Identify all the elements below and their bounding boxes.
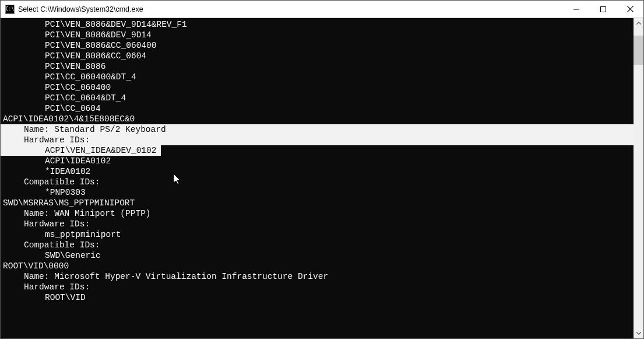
terminal-line: Name: Microsoft Hyper-V Virtualization I… bbox=[1, 271, 634, 282]
svg-rect-1 bbox=[601, 6, 606, 12]
chevron-up-icon bbox=[636, 22, 641, 25]
terminal-line: Hardware IDs: bbox=[1, 135, 634, 145]
close-button[interactable] bbox=[617, 1, 643, 18]
terminal-line: Compatible IDs: bbox=[1, 177, 634, 187]
maximize-icon bbox=[600, 6, 606, 12]
chevron-down-icon bbox=[636, 332, 641, 335]
close-icon bbox=[627, 6, 634, 12]
terminal-line: PCI\VEN_8086&DEV_9D14 bbox=[1, 30, 634, 40]
terminal-line: PCI\VEN_8086&DEV_9D14&REV_F1 bbox=[1, 19, 634, 30]
scroll-up-arrow[interactable] bbox=[634, 18, 643, 28]
terminal-line: Hardware IDs: bbox=[1, 282, 634, 292]
terminal-line: PCI\CC_060400 bbox=[1, 82, 634, 93]
scrollbar-thumb[interactable] bbox=[634, 36, 643, 65]
terminal-line: PCI\VEN_8086 bbox=[1, 61, 634, 72]
terminal-line: Compatible IDs: bbox=[1, 240, 634, 250]
terminal-line: Name: WAN Miniport (PPTP) bbox=[1, 208, 634, 219]
terminal-container: PCI\VEN_8086&DEV_9D14&REV_F1PCI\VEN_8086… bbox=[1, 18, 643, 338]
minimize-icon bbox=[573, 6, 579, 12]
selected-text: ACPI\VEN_IDEA&DEV_0102 bbox=[1, 145, 161, 156]
terminal-line: ACPI\VEN_IDEA&DEV_0102 bbox=[1, 145, 634, 156]
terminal-line: *IDEA0102 bbox=[1, 166, 634, 177]
window-title: Select C:\Windows\System32\cmd.exe bbox=[18, 5, 563, 13]
terminal-line: PCI\VEN_8086&CC_060400 bbox=[1, 40, 634, 51]
titlebar[interactable]: C:\ Select C:\Windows\System32\cmd.exe bbox=[1, 1, 643, 18]
terminal-line: SWD\Generic bbox=[1, 250, 634, 261]
terminal-line: ACPI\IDEA0102 bbox=[1, 156, 634, 166]
terminal-line: PCI\VEN_8086&CC_0604 bbox=[1, 51, 634, 61]
terminal-line: PCI\CC_060400&DT_4 bbox=[1, 72, 634, 82]
window-controls bbox=[563, 1, 643, 18]
terminal-line: ROOT\VID\0000 bbox=[1, 261, 634, 271]
minimize-button[interactable] bbox=[563, 1, 590, 18]
scrollbar-vertical[interactable] bbox=[634, 18, 643, 338]
terminal-line: Hardware IDs: bbox=[1, 219, 634, 229]
terminal-output[interactable]: PCI\VEN_8086&DEV_9D14&REV_F1PCI\VEN_8086… bbox=[1, 18, 634, 338]
terminal-line: ROOT\VID bbox=[1, 292, 634, 303]
terminal-line-rest bbox=[161, 145, 634, 156]
terminal-line: *PNP0303 bbox=[1, 187, 634, 198]
maximize-button[interactable] bbox=[590, 1, 617, 18]
scroll-down-arrow[interactable] bbox=[634, 328, 643, 338]
terminal-line: PCI\CC_0604 bbox=[1, 103, 634, 114]
terminal-line: ms_pptpminiport bbox=[1, 229, 634, 240]
terminal-line: PCI\CC_0604&DT_4 bbox=[1, 93, 634, 103]
cmd-icon: C:\ bbox=[5, 5, 15, 14]
terminal-line: Name: Standard PS/2 Keyboard bbox=[1, 124, 634, 135]
terminal-line: SWD\MSRRAS\MS_PPTPMINIPORT bbox=[1, 198, 634, 208]
terminal-line: ACPI\IDEA0102\4&15E808EC&0 bbox=[1, 114, 634, 124]
